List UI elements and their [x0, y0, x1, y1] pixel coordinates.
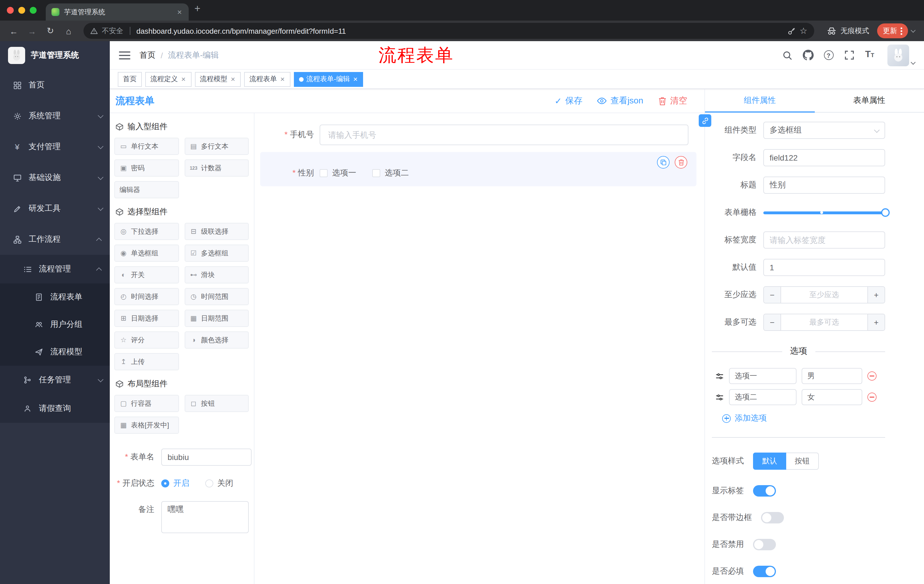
fullscreen-icon[interactable]: [843, 49, 855, 61]
tag-close-icon[interactable]: ×: [280, 76, 285, 83]
tag-width-input[interactable]: [763, 232, 885, 248]
sidebar-item-payment[interactable]: ¥ 支付管理: [0, 132, 110, 162]
sidebar-item-process-form[interactable]: 流程表单: [0, 283, 110, 311]
tab-form-props[interactable]: 表单属性: [815, 89, 924, 112]
forward-icon[interactable]: →: [24, 23, 40, 39]
drag-handle-icon[interactable]: [715, 393, 724, 401]
sidebar-item-devtools[interactable]: 研发工具: [0, 193, 110, 224]
tag-home[interactable]: 首页: [118, 72, 142, 87]
field-name-input[interactable]: [763, 149, 885, 166]
phone-input[interactable]: [320, 125, 688, 145]
sidebar-item-process-model[interactable]: 流程模型: [0, 338, 110, 366]
grid-slider[interactable]: [763, 204, 885, 221]
tag-process-model[interactable]: 流程模型 ×: [195, 72, 241, 87]
chip-select[interactable]: ◎下拉选择: [114, 223, 179, 240]
form-canvas[interactable]: 手机号: [254, 113, 705, 584]
chip-cascader[interactable]: ⊟级联选择: [185, 223, 249, 240]
chip-table-dev[interactable]: ▦表格[开发中]: [114, 416, 179, 434]
address-bar[interactable]: 不安全 dashboard.yudao.iocoder.cn/bpm/manag…: [84, 23, 814, 39]
url-text[interactable]: dashboard.yudao.iocoder.cn/bpm/manager/f…: [136, 26, 783, 35]
chip-upload[interactable]: ↥上传: [114, 353, 179, 370]
chip-time-picker[interactable]: ◴时间选择: [114, 288, 179, 305]
link-badge-button[interactable]: [699, 114, 711, 127]
disabled-toggle[interactable]: [753, 539, 776, 550]
component-type-select[interactable]: 多选框组: [763, 122, 885, 139]
remove-option-icon[interactable]: [867, 372, 876, 380]
plus-icon[interactable]: +: [867, 314, 884, 330]
chip-radio-group[interactable]: ◉单选框组: [114, 245, 179, 262]
security-label[interactable]: 不安全: [102, 26, 123, 36]
clear-button[interactable]: 清空: [658, 95, 687, 106]
user-avatar[interactable]: [888, 44, 915, 66]
view-json-button[interactable]: 查看json: [597, 95, 643, 106]
copy-widget-button[interactable]: [657, 156, 670, 169]
minus-icon[interactable]: −: [764, 287, 781, 303]
chip-single-line-text[interactable]: ▭单行文本: [114, 138, 179, 155]
back-icon[interactable]: ←: [6, 23, 22, 39]
breadcrumb-home[interactable]: 首页: [140, 50, 155, 60]
sidebar-item-infrastructure[interactable]: 基础设施: [0, 162, 110, 193]
gender-widget-selected[interactable]: 性别 选项一 选项二: [260, 152, 696, 186]
tag-close-icon[interactable]: ×: [181, 76, 186, 83]
help-icon[interactable]: ?: [822, 49, 835, 61]
key-icon[interactable]: [787, 26, 795, 35]
reload-icon[interactable]: ↻: [42, 23, 58, 39]
option-1-label-input[interactable]: [729, 368, 797, 384]
slider-handle[interactable]: [881, 208, 890, 217]
chip-switch[interactable]: ◐开关: [114, 266, 179, 283]
chip-checkbox-group[interactable]: ☑多选框组: [185, 245, 249, 262]
chip-rate[interactable]: ☆评分: [114, 331, 179, 349]
title-input[interactable]: [763, 176, 885, 194]
sidebar-item-workflow[interactable]: 工作流程: [0, 224, 110, 255]
tag-close-icon[interactable]: ×: [230, 76, 236, 83]
default-value-input[interactable]: [763, 259, 885, 276]
home-icon[interactable]: ⌂: [61, 23, 77, 39]
search-icon[interactable]: [781, 49, 794, 61]
minus-icon[interactable]: −: [764, 314, 781, 330]
chip-counter[interactable]: 123计数器: [185, 160, 249, 176]
tab-close-icon[interactable]: ×: [176, 8, 183, 16]
max-select-value[interactable]: 最多可选: [781, 314, 867, 330]
show-label-toggle[interactable]: [753, 485, 776, 497]
sidebar-item-home[interactable]: 首页: [0, 70, 110, 100]
zoom-window-button[interactable]: [30, 7, 36, 14]
chip-password[interactable]: ▣密码: [114, 160, 179, 176]
option-2-value-input[interactable]: [802, 389, 862, 405]
radio-on[interactable]: 开启: [161, 478, 189, 489]
save-button[interactable]: ✓ 保存: [554, 95, 582, 106]
sidebar-item-leave-query[interactable]: 请假查询: [0, 394, 110, 423]
delete-widget-button[interactable]: [675, 156, 687, 169]
checkbox-option-2[interactable]: 选项二: [372, 168, 409, 178]
option-2-label-input[interactable]: [729, 389, 797, 405]
chip-button[interactable]: ◻按钮: [185, 395, 249, 412]
chip-multi-line-text[interactable]: ▤多行文本: [185, 138, 249, 155]
slider-track[interactable]: [763, 211, 885, 214]
min-select-value[interactable]: 至少应选: [781, 287, 867, 303]
form-name-input[interactable]: [161, 449, 252, 466]
github-icon[interactable]: [802, 49, 814, 61]
close-window-button[interactable]: [7, 7, 14, 14]
tag-close-icon[interactable]: ×: [353, 76, 358, 83]
border-toggle[interactable]: [761, 512, 784, 523]
tab-component-props[interactable]: 组件属性: [705, 89, 815, 112]
tag-process-definition[interactable]: 流程定义 ×: [145, 72, 191, 87]
chip-color-picker[interactable]: ◑颜色选择: [185, 331, 249, 349]
radio-off[interactable]: 关闭: [205, 478, 233, 489]
sidebar-item-user-group[interactable]: 用户分组: [0, 311, 110, 338]
font-size-icon[interactable]: TT: [863, 49, 876, 61]
minimize-window-button[interactable]: [18, 7, 25, 14]
tag-process-form[interactable]: 流程表单 ×: [244, 72, 290, 87]
gender-field[interactable]: 性别 选项一 选项二: [260, 168, 696, 178]
chip-date-picker[interactable]: ⊞日期选择: [114, 310, 179, 327]
checkbox-option-1[interactable]: 选项一: [320, 168, 356, 178]
remove-option-icon[interactable]: [867, 393, 876, 402]
phone-field[interactable]: 手机号: [260, 125, 705, 145]
browser-menu-icon[interactable]: [901, 27, 902, 35]
add-option-button[interactable]: 添加选项: [722, 413, 885, 423]
option-1-value-input[interactable]: [802, 368, 862, 384]
bookmark-star-icon[interactable]: ☆: [800, 26, 807, 36]
chip-row-container[interactable]: ▢行容器: [114, 395, 179, 412]
chip-slider[interactable]: ⊷滑块: [185, 266, 249, 283]
required-toggle[interactable]: [753, 566, 776, 577]
chip-editor[interactable]: 编辑器: [114, 181, 179, 198]
